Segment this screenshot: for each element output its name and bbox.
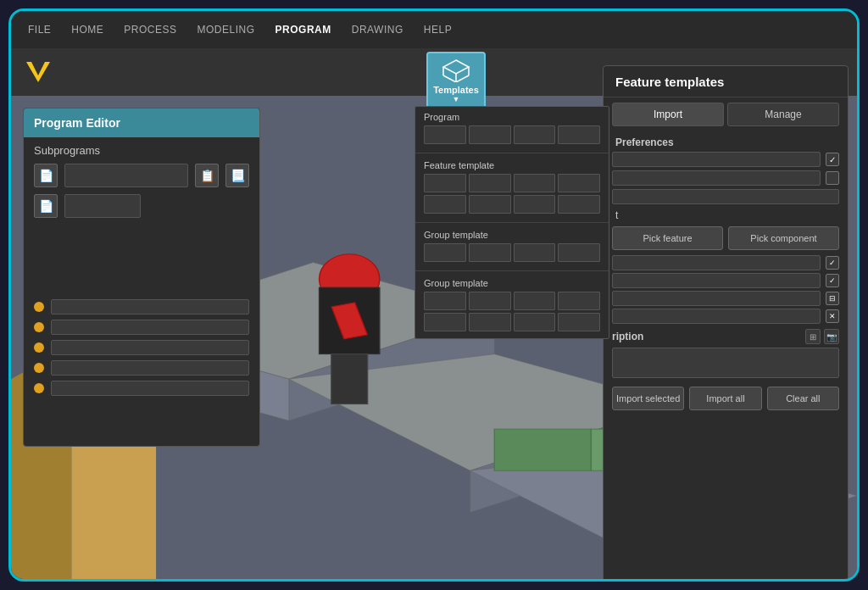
tmpl-group1-cell-1[interactable] [424, 243, 466, 262]
tmpl-group1-cell-4[interactable] [558, 243, 600, 262]
ft-check-rows: ✓ ✓ ⊟ ✕ [604, 253, 848, 326]
tmpl-group2-cell-2[interactable] [469, 292, 511, 310]
menu-modeling[interactable]: MODELING [198, 24, 255, 36]
subprograms-row2: 📄 [24, 194, 259, 225]
subprogram-icon-2[interactable]: 📋 [195, 164, 219, 187]
check-box-4[interactable]: ✕ [826, 309, 839, 323]
connection-row-3 [34, 340, 249, 355]
connection-dot-5 [34, 383, 44, 393]
tmpl-feature-cell-8[interactable] [558, 195, 600, 214]
templates-button[interactable]: Templates ▼ [426, 52, 486, 109]
menu-home[interactable]: HOME [71, 24, 103, 36]
check-row-2: ✓ [612, 273, 839, 288]
v-logo-icon [23, 57, 53, 87]
templates-button-label: Templates [433, 85, 479, 95]
import-selected-button[interactable]: Import selected [612, 387, 684, 410]
tmpl-group2-cell-6[interactable] [469, 313, 511, 331]
desc-icon-grid[interactable]: ⊞ [805, 329, 821, 344]
ft-description-section: ription ⊞ 📷 [604, 326, 848, 380]
tmpl-feature-cell-2[interactable] [469, 174, 511, 192]
feature-templates-panel: Feature templates Import Manage Preferen… [603, 65, 849, 582]
tmpl-feature-cell-6[interactable] [469, 195, 511, 214]
check-bar-4 [612, 309, 821, 324]
cube-svg-icon [442, 58, 470, 82]
ft-bottom-buttons: Import selected Import all Clear all [604, 380, 848, 417]
check-box-2[interactable]: ✓ [826, 274, 839, 287]
tmpl-group2-cell-3[interactable] [514, 292, 556, 310]
connection-row-2 [34, 320, 249, 335]
tmpl-feature-cell-4[interactable] [558, 174, 600, 192]
svg-rect-14 [494, 429, 591, 470]
subprogram-icon-4[interactable]: 📄 [34, 194, 58, 218]
templates-feature-section: Feature template [415, 155, 609, 220]
tmpl-divider-1 [415, 153, 609, 153]
templates-feature-grid [424, 174, 600, 214]
program-editor-title-bar: Program Editor [24, 109, 259, 137]
subprogram-icon-3[interactable]: 📃 [225, 164, 249, 187]
check-box-3[interactable]: ⊟ [826, 292, 839, 305]
main-area: Templates ▼ [11, 48, 857, 579]
desc-icon-table[interactable]: 📷 [824, 329, 839, 344]
pref-checkbox-2[interactable] [826, 171, 839, 185]
menu-program[interactable]: PROGRAM [275, 24, 331, 36]
description-title: ription [612, 331, 643, 342]
templates-program-grid [424, 125, 600, 144]
check-row-1: ✓ [612, 255, 839, 270]
pref-checkbox-1[interactable]: ✓ [826, 153, 839, 166]
program-editor-panel: Program Editor Subprograms 📄 📋 📃 📄 [23, 108, 260, 447]
tmpl-cell-3[interactable] [514, 125, 556, 144]
tmpl-group1-cell-2[interactable] [469, 243, 511, 262]
tmpl-divider-2 [415, 222, 609, 223]
connection-dot-1 [34, 302, 44, 312]
tmpl-feature-cell-7[interactable] [514, 195, 556, 214]
templates-group1-section: Group template [415, 225, 609, 269]
tmpl-cell-4[interactable] [558, 125, 600, 144]
tab-manage[interactable]: Manage [727, 103, 839, 126]
tmpl-divider-3 [415, 270, 609, 271]
pref-row-3 [612, 189, 839, 204]
tmpl-cell-2[interactable] [469, 125, 511, 144]
connection-dot-3 [34, 342, 44, 353]
pick-feature-button[interactable]: Pick feature [612, 226, 723, 250]
connection-bar-2 [51, 320, 249, 335]
templates-group2-grid [424, 292, 600, 331]
tmpl-group2-cell-1[interactable] [424, 292, 466, 310]
pick-component-button[interactable]: Pick component [728, 226, 839, 250]
pref-bar-1 [612, 152, 821, 167]
check-box-1[interactable]: ✓ [826, 256, 839, 270]
svg-marker-1 [443, 60, 469, 74]
tmpl-feature-cell-3[interactable] [514, 174, 556, 192]
connection-row-4 [34, 360, 249, 376]
check-row-3: ⊟ [612, 291, 839, 306]
import-all-button[interactable]: Import all [689, 387, 761, 410]
menu-drawing[interactable]: DRAWING [352, 24, 403, 36]
menu-bar: FILE HOME PROCESS MODELING PROGRAM DRAWI… [11, 11, 857, 48]
clear-all-button[interactable]: Clear all [767, 387, 839, 410]
subprogram-icon-1[interactable]: 📄 [34, 164, 58, 187]
templates-program-section: Program [415, 107, 609, 151]
tmpl-group2-cell-4[interactable] [558, 292, 600, 310]
program-connections [24, 292, 259, 403]
feature-templates-title-bar: Feature templates [604, 66, 848, 97]
ft-t-section: t [604, 204, 848, 223]
menu-help[interactable]: HELP [424, 24, 452, 36]
tmpl-feature-cell-1[interactable] [424, 174, 466, 192]
tmpl-group2-cell-8[interactable] [558, 313, 600, 331]
tmpl-group2-cell-7[interactable] [514, 313, 556, 331]
feature-templates-title: Feature templates [615, 75, 724, 89]
tab-import[interactable]: Import [612, 103, 724, 126]
preferences-rows: ✓ [604, 152, 848, 204]
tmpl-group2-cell-5[interactable] [424, 313, 466, 331]
tmpl-group1-cell-3[interactable] [514, 243, 556, 262]
menu-process[interactable]: PROCESS [124, 24, 176, 36]
svg-marker-0 [26, 62, 50, 82]
menu-file[interactable]: FILE [28, 24, 51, 36]
templates-feature-label: Feature template [424, 160, 600, 170]
pref-bar-2 [612, 170, 821, 186]
tmpl-feature-cell-5[interactable] [424, 195, 466, 214]
templates-program-label: Program [424, 112, 600, 122]
outer-container: FILE HOME PROCESS MODELING PROGRAM DRAWI… [8, 8, 860, 582]
connection-row-1 [34, 299, 249, 314]
tmpl-cell-1[interactable] [424, 125, 466, 144]
connection-dot-4 [34, 363, 44, 373]
